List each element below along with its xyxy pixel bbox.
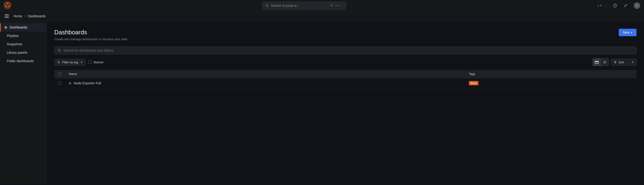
list-view-icon: [603, 60, 606, 64]
topbar: Search or jump to... ⌨ ctrl+k + ▾ ?: [0, 0, 644, 11]
hamburger-line: [5, 17, 9, 18]
search-shortcut: ⌨ ctrl+k: [328, 3, 343, 8]
row-checkbox[interactable]: [58, 82, 61, 85]
sidebar-item-dashboards[interactable]: ⊞ Dashboards: [0, 23, 46, 31]
sidebar-item-playlists[interactable]: Playlists: [0, 31, 46, 40]
topbar-right: + ▾ ? U: [598, 2, 640, 9]
new-button[interactable]: New ▾: [619, 29, 636, 36]
svg-line-9: [268, 6, 269, 7]
filters-left: Filter by tag ▾ Starred: [54, 59, 103, 66]
table-header-row: Name Tags: [54, 70, 636, 78]
content-search-bar[interactable]: [54, 46, 636, 54]
keyboard-icon: ⌨: [330, 4, 334, 7]
sidebar-item-label: Dashboards: [10, 25, 27, 29]
svg-point-2: [7, 3, 8, 4]
folder-view-icon: [595, 60, 599, 64]
dashboard-name-text: Node Exporter Full: [74, 81, 101, 85]
table-row: ⊞Node Exporter Fulllinux: [54, 78, 636, 88]
view-folder-button[interactable]: [593, 58, 601, 66]
header-checkbox-cell: [54, 70, 65, 78]
sort-chevron: ▾: [632, 61, 634, 64]
svg-line-14: [60, 51, 60, 52]
filters-row: Filter by tag ▾ Starred: [54, 58, 636, 66]
view-toggle: [592, 58, 609, 66]
tag-badge[interactable]: linux: [469, 81, 478, 85]
add-menu-button[interactable]: + ▾: [598, 4, 602, 7]
news-button[interactable]: [622, 2, 630, 9]
breadcrumb-separator: >: [24, 14, 26, 18]
dashboards-icon: ⊞: [4, 25, 7, 29]
column-name: Name: [65, 70, 465, 78]
page-header: Dashboards Create and manage dashboards …: [54, 29, 636, 41]
filters-right: ⇅ Sort ▾: [592, 58, 636, 66]
row-tags-cell: linux: [465, 78, 636, 88]
sort-icon: ⇅: [614, 60, 617, 64]
tag-icon: [57, 61, 60, 64]
user-avatar[interactable]: U: [634, 2, 640, 9]
search-placeholder-text: Search or jump to...: [271, 4, 326, 7]
global-search-bar[interactable]: Search or jump to... ⌨ ctrl+k: [262, 2, 346, 9]
sort-label: Sort: [618, 60, 624, 64]
new-button-chevron: ▾: [631, 31, 632, 34]
search-icon: [266, 4, 269, 7]
sidebar-item-label: Snapshots: [7, 42, 22, 46]
dashboard-name[interactable]: ⊞Node Exporter Full: [69, 81, 461, 85]
starred-checkbox[interactable]: [88, 60, 92, 64]
row-checkbox-cell: [54, 78, 65, 88]
page-title: Dashboards: [54, 29, 127, 36]
svg-point-12: [624, 6, 625, 7]
view-list-button[interactable]: [601, 58, 609, 66]
breadcrumb-bar: Home > Dashboards: [0, 11, 644, 21]
topbar-center: Search or jump to... ⌨ ctrl+k: [11, 2, 598, 9]
svg-point-15: [58, 61, 58, 62]
content-search-input[interactable]: [63, 49, 633, 52]
help-button[interactable]: ?: [611, 2, 619, 9]
dashboard-icon: ⊞: [69, 82, 71, 85]
filter-tag-label: Filter by tag: [62, 60, 78, 64]
svg-text:?: ?: [614, 4, 616, 7]
filter-tag-chevron: ▾: [81, 61, 82, 64]
sidebar-item-label: Public dashboards: [7, 59, 34, 63]
sort-dropdown[interactable]: ⇅ Sort ▾: [611, 59, 636, 66]
header-checkbox[interactable]: [58, 72, 61, 76]
hamburger-line: [5, 14, 9, 15]
dashboard-table: Name Tags ⊞Node Exporter Fulllinux: [54, 70, 636, 88]
content-search-icon: [58, 49, 61, 52]
page-subtitle: Create and manage dashboards to visualiz…: [54, 37, 127, 41]
row-name-cell: ⊞Node Exporter Full: [65, 78, 465, 88]
starred-label: Starred: [93, 60, 103, 64]
starred-filter[interactable]: Starred: [88, 60, 103, 64]
rss-icon: [624, 4, 628, 7]
svg-point-13: [58, 49, 60, 51]
sidebar-item-snapshots[interactable]: Snapshots: [0, 40, 46, 48]
topbar-left: [4, 1, 11, 9]
page-title-block: Dashboards Create and manage dashboards …: [54, 29, 127, 41]
breadcrumb-home[interactable]: Home: [14, 14, 22, 18]
sidebar-item-library-panels[interactable]: Library panels: [0, 48, 46, 57]
filter-by-tag-dropdown[interactable]: Filter by tag ▾: [54, 59, 85, 66]
help-icon: ?: [613, 4, 617, 7]
column-tags: Tags: [465, 70, 636, 78]
divider: [606, 3, 606, 8]
main-layout: ⊞ Dashboards Playlists Snapshots Library…: [0, 21, 644, 184]
grafana-logo[interactable]: [4, 1, 11, 9]
sidebar: ⊞ Dashboards Playlists Snapshots Library…: [0, 21, 47, 184]
main-content: Dashboards Create and manage dashboards …: [47, 21, 644, 184]
sidebar-item-public-dashboards[interactable]: Public dashboards: [0, 57, 46, 65]
new-button-label: New: [623, 31, 630, 34]
svg-point-8: [266, 4, 268, 6]
breadcrumb-current: Dashboards: [28, 14, 46, 18]
hamburger-line: [5, 16, 9, 16]
sidebar-item-label: Library panels: [7, 51, 27, 54]
sidebar-item-label: Playlists: [7, 34, 19, 38]
hamburger-menu-button[interactable]: [4, 13, 10, 19]
